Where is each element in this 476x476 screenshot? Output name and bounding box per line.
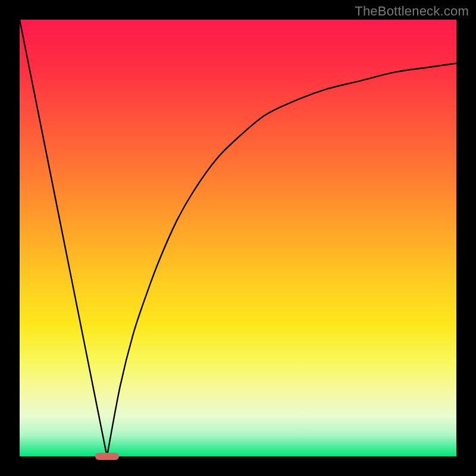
attribution-label: TheBottleneck.com xyxy=(355,4,469,19)
optimum-marker xyxy=(95,453,119,460)
chart-frame: TheBottleneck.com xyxy=(0,0,476,476)
plot-area xyxy=(20,20,456,456)
bottleneck-curve xyxy=(20,20,456,456)
